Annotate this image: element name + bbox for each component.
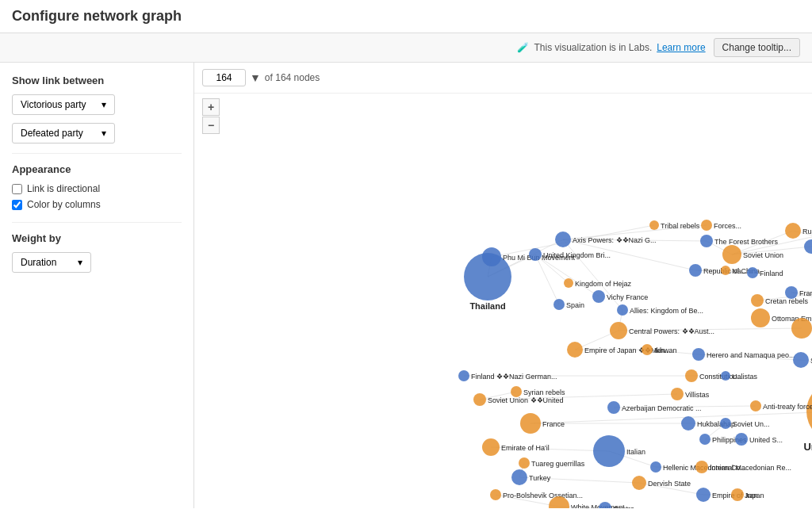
network-graph[interactable]: ThailandUnited StatesPhu Mi Bun Movement… [194, 94, 812, 508]
show-link-between-title: Show link between [12, 75, 182, 86]
svg-text:Tuareg guerrillas: Tuareg guerrillas [531, 460, 585, 468]
svg-text:Russian SFSR: Russian SFSR [802, 228, 812, 235]
page-title: Configure network graph [12, 8, 182, 25]
svg-line-38 [530, 411, 812, 423]
svg-text:Forces...: Forces... [714, 222, 741, 230]
svg-point-144 [685, 369, 698, 382]
top-bar: 🧪 This visualization is in Labs. Learn m… [0, 33, 812, 63]
link-directional-checkbox[interactable] [12, 184, 22, 194]
color-by-columns-checkbox[interactable] [12, 200, 22, 210]
weight-by-title: Weight by [12, 232, 182, 244]
svg-text:Central Powers: ❖❖Aust...: Central Powers: ❖❖Aust... [629, 327, 714, 335]
svg-point-176 [593, 435, 625, 467]
svg-point-86 [722, 245, 741, 264]
node-count-input[interactable] [202, 69, 246, 86]
svg-point-146 [721, 371, 730, 381]
change-tooltip-button[interactable]: Change tooltip... [714, 38, 800, 57]
learn-more-link[interactable]: Learn more [657, 42, 705, 53]
svg-point-84 [700, 235, 713, 247]
victorious-party-dropdown[interactable]: Victorious party ▾ [12, 94, 115, 115]
svg-text:Finland ❖❖Nazi German...: Finland ❖❖Nazi German... [471, 373, 557, 381]
svg-point-154 [511, 386, 522, 397]
svg-point-182 [519, 457, 530, 469]
svg-point-136 [692, 348, 705, 361]
svg-point-80 [649, 220, 659, 230]
svg-text:Iran: Iran [745, 492, 758, 499]
svg-point-122 [751, 308, 770, 327]
svg-point-132 [567, 342, 583, 358]
svg-point-126 [610, 322, 627, 339]
svg-text:U...: U... [732, 373, 743, 381]
svg-text:United Kingdom Bri...: United Kingdom Bri... [543, 251, 611, 259]
svg-text:Soviet Union: Soviet Union [743, 251, 783, 259]
main-layout: Show link between Victorious party ▾ Def… [0, 63, 812, 508]
svg-text:Ikhwan: Ikhwan [654, 346, 677, 354]
node-controls: ▼ of 164 nodes [194, 63, 812, 94]
svg-text:The Forest Brothers: The Forest Brothers [714, 238, 779, 246]
svg-point-178 [650, 461, 661, 473]
svg-text:Axis Powers: ❖❖Nazi G...: Axis Powers: ❖❖Nazi G... [573, 236, 657, 244]
svg-point-156 [607, 401, 620, 414]
svg-point-108 [592, 290, 605, 303]
svg-text:Soviet Un...: Soviet Un... [733, 420, 770, 428]
svg-point-184 [511, 469, 527, 485]
svg-text:Allies: Kingdom of Be...: Allies: Kingdom of Be... [630, 307, 703, 315]
svg-text:Anti-treaty forces: Anti-treaty forces [763, 403, 812, 411]
svg-text:United S...: United S... [749, 436, 783, 444]
svg-point-142 [458, 370, 469, 381]
svg-text:Finland: Finland [760, 270, 783, 277]
node-count-label: of 164 nodes [265, 72, 320, 83]
defeated-party-arrow-icon: ▾ [102, 128, 106, 139]
sidebar: Show link between Victorious party ▾ Def… [0, 63, 194, 508]
svg-point-150 [473, 393, 486, 406]
graph-area: ▼ of 164 nodes + − ThailandUnited States… [194, 63, 812, 508]
labs-badge: 🧪 This visualization is in Labs. Learn m… [517, 42, 705, 53]
svg-point-72 [806, 381, 812, 442]
svg-text:Emirate of Ha'il: Emirate of Ha'il [501, 444, 550, 452]
svg-point-98 [689, 264, 702, 277]
svg-point-128 [791, 318, 812, 339]
color-by-columns-row: Color by columns [12, 199, 182, 210]
appearance-section: Appearance Link is directional Color by … [12, 163, 182, 210]
svg-point-164 [681, 416, 695, 431]
svg-text:Spain: Spain [566, 301, 584, 309]
svg-text:Azerbaijan Democratic ...: Azerbaijan Democratic ... [622, 404, 702, 412]
svg-point-110 [553, 299, 565, 310]
svg-text:Kingdom of Hejaz: Kingdom of Hejaz [575, 280, 632, 288]
defeated-party-dropdown[interactable]: Defeated party ▾ [12, 123, 115, 144]
svg-point-162 [520, 413, 541, 434]
page-header: Configure network graph [0, 0, 812, 33]
victorious-party-label: Victorious party [21, 99, 86, 110]
svg-point-100 [721, 266, 730, 275]
svg-text:France: France [799, 289, 812, 297]
victorious-party-arrow-icon: ▾ [102, 99, 106, 110]
svg-point-180 [695, 461, 708, 473]
svg-text:Villistas: Villistas [685, 391, 710, 399]
zoom-out-button[interactable]: − [202, 117, 220, 134]
svg-point-188 [696, 488, 710, 502]
zoom-in-button[interactable]: + [202, 98, 220, 116]
svg-point-186 [632, 476, 646, 490]
svg-text:France: France [542, 420, 565, 428]
svg-point-168 [699, 434, 710, 445]
svg-text:Syrian rebels: Syrian rebels [523, 388, 565, 396]
svg-text:Centra...: Centra... [613, 505, 641, 508]
svg-text:Italian: Italian [626, 448, 645, 456]
duration-label: Duration [21, 257, 56, 268]
filter-icon[interactable]: ▼ [250, 71, 261, 84]
svg-point-170 [735, 433, 748, 446]
svg-text:Cretan rebels: Cretan rebels [765, 297, 809, 305]
duration-dropdown[interactable]: Duration ▾ [12, 252, 91, 273]
svg-point-166 [720, 418, 731, 429]
defeated-party-label: Defeated party [21, 128, 83, 139]
svg-text:Herero and Namaqua peo...: Herero and Namaqua peo... [707, 351, 795, 359]
svg-point-82 [701, 220, 712, 231]
svg-line-18 [535, 254, 559, 304]
svg-point-158 [750, 400, 761, 411]
svg-text:Na...: Na... [732, 267, 747, 275]
svg-text:Turkey: Turkey [529, 474, 551, 482]
svg-text:Tribal rebels: Tribal rebels [661, 222, 700, 230]
zoom-controls: + − [202, 98, 220, 134]
svg-point-190 [731, 488, 744, 501]
svg-text:Pro-Bolshevik Ossetian...: Pro-Bolshevik Ossetian... [503, 492, 583, 499]
